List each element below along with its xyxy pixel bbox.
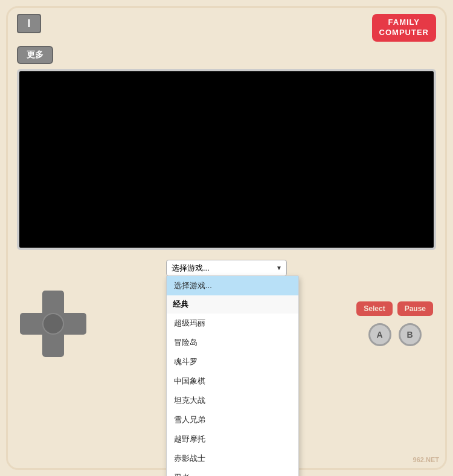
dpad [20,291,86,357]
brand-label: FAMILY COMPUTER [372,14,436,42]
dropdown-placeholder[interactable]: 选择游戏... [167,276,298,295]
console-header: I FAMILY COMPUTER [8,8,445,45]
list-item[interactable]: 坦克大战 [167,391,298,410]
dropdown-group-header: 经典 [167,295,298,314]
watermark: 962.NET [413,456,439,463]
more-btn-area: 更多 [8,45,445,69]
brand-line1: FAMILY [388,18,420,27]
cartridge-slot: I [17,14,41,33]
list-item[interactable]: 中国象棋 [167,371,298,391]
b-button[interactable]: B [399,323,422,346]
select-button[interactable]: Select [356,301,392,316]
right-controls: Select Pause A B [356,301,433,346]
brand-line2: COMPUTER [379,28,429,37]
cartridge-label: I [27,18,30,30]
list-item[interactable]: 忍者... [167,468,298,476]
console-body: I FAMILY COMPUTER 更多 选择游戏... ▼ 选择游戏... 经… [6,6,447,470]
a-button[interactable]: A [368,323,391,346]
more-button[interactable]: 更多 [17,46,53,64]
list-item[interactable]: 赤影战士 [167,449,298,468]
list-item[interactable]: 超级玛丽 [167,314,298,333]
list-item[interactable]: 雪人兄弟 [167,410,298,429]
select-wrapper: 选择游戏... ▼ [166,260,287,276]
dpad-center [42,313,64,335]
list-item[interactable]: 冒险岛 [167,333,298,352]
game-dropdown: 选择游戏... 经典 超级玛丽 冒险岛 魂斗罗 中国象棋 坦克大战 雪人兄弟 越… [166,275,299,476]
list-item[interactable]: 魂斗罗 [167,352,298,371]
game-screen [17,69,436,250]
game-select[interactable]: 选择游戏... [166,260,287,276]
pause-button[interactable]: Pause [397,301,433,316]
ab-buttons-row: A B [368,323,422,346]
select-pause-row: Select Pause [356,301,433,316]
game-selector-area: 选择游戏... ▼ 选择游戏... 经典 超级玛丽 冒险岛 魂斗罗 中国象棋 坦… [8,256,445,278]
list-item[interactable]: 越野摩托 [167,429,298,449]
